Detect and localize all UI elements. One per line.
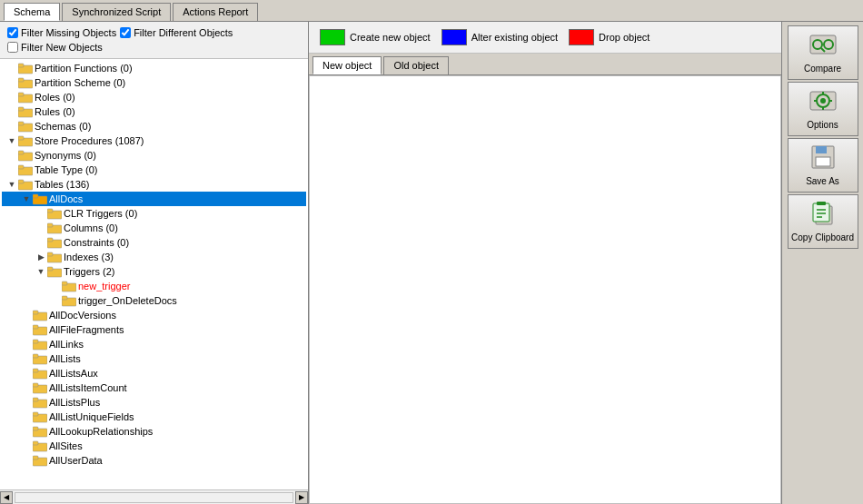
compare-icon (808, 32, 838, 62)
expander-icon[interactable]: ▼ (5, 136, 18, 145)
folder-icon (33, 309, 47, 321)
tree-item[interactable]: trigger_OnDeleteDocs (2, 293, 306, 308)
tree-item[interactable]: Table Type (0) (2, 163, 306, 177)
tree-item-label: Schemas (0) (35, 121, 91, 132)
folder-icon (18, 105, 33, 118)
tree-item[interactable]: Rules (0) (2, 104, 306, 119)
copy-clipboard-icon (808, 201, 838, 231)
legend-create-label: Create new object (350, 32, 431, 43)
scroll-left-btn[interactable]: ◀ (0, 491, 13, 504)
tree-item[interactable]: ▼ Tables (136) (2, 177, 306, 192)
tree-item[interactable]: ▼ AllDocs (2, 192, 306, 206)
svg-rect-53 (33, 441, 38, 445)
svg-rect-9 (18, 122, 24, 125)
expander-icon[interactable]: ▼ (20, 194, 33, 203)
filter-different-objects[interactable]: Filter Different Objects (120, 27, 233, 38)
svg-rect-47 (33, 398, 38, 401)
tab-new-object[interactable]: New object (312, 56, 382, 74)
legend-drop-label: Drop object (599, 32, 650, 43)
tree-item[interactable]: ▼ Store Procedures (1087) (2, 133, 306, 148)
tree-item-label: AllSites (49, 440, 83, 451)
tree-item-label: Columns (0) (64, 222, 118, 233)
tree-item[interactable]: AllUserData (2, 453, 306, 468)
tree-item[interactable]: AllSites (2, 439, 306, 453)
scroll-right-btn[interactable]: ▶ (295, 491, 308, 504)
folder-icon (18, 120, 33, 133)
svg-rect-31 (62, 282, 67, 285)
content-display (309, 75, 781, 504)
options-button[interactable]: Options (788, 82, 858, 136)
folder-icon (18, 134, 33, 147)
tree-item[interactable]: new_trigger (2, 279, 306, 293)
tree-item-label: AllLists (49, 353, 81, 364)
tree-item-label: AllListsPlus (49, 397, 100, 408)
tree-item-label: AllFileFragments (49, 324, 124, 335)
tree-item-label: trigger_OnDeleteDocs (78, 295, 177, 306)
folder-icon (33, 367, 47, 380)
tree-item[interactable]: AllListsPlus (2, 395, 306, 410)
svg-rect-68 (816, 146, 827, 153)
tree-item[interactable]: AllFileFragments (2, 322, 306, 337)
scroll-track[interactable] (15, 492, 293, 503)
tree-item[interactable]: Partition Functions (0) (2, 61, 306, 75)
tree-item[interactable]: Schemas (0) (2, 119, 306, 133)
tree-item[interactable]: Roles (0) (2, 90, 306, 104)
filter-missing-checkbox[interactable] (7, 27, 18, 38)
compare-button[interactable]: Compare (788, 25, 858, 80)
tree-item[interactable]: AllLinks (2, 337, 306, 351)
bottom-scrollbar[interactable]: ◀ ▶ (0, 489, 308, 504)
tree-item-label: Synonyms (0) (35, 150, 96, 161)
tab-synchronized-script[interactable]: Synchronized Script (62, 3, 171, 21)
folder-icon (33, 352, 47, 365)
folder-icon (33, 323, 47, 336)
tab-old-object[interactable]: Old object (383, 56, 449, 74)
tree-item[interactable]: AllListsItemCount (2, 380, 306, 395)
copy-clipboard-button[interactable]: Copy Clipboard (788, 194, 858, 249)
tab-actions-report[interactable]: Actions Report (173, 3, 258, 21)
expander-icon[interactable]: ▶ (35, 252, 47, 262)
save-as-button[interactable]: Save As (788, 138, 858, 193)
filter-missing-label: Filter Missing Objects (21, 27, 116, 38)
filter-different-checkbox[interactable] (120, 27, 131, 38)
tree-item-label: AllLinks (49, 339, 84, 350)
tree-item-label: Partition Scheme (0) (35, 77, 125, 88)
svg-rect-15 (18, 165, 24, 169)
folder-icon (33, 440, 47, 452)
tree-item-label: Constraints (0) (64, 237, 129, 248)
filter-new-objects[interactable]: Filter New Objects (7, 42, 103, 53)
filter-new-checkbox[interactable] (7, 42, 18, 53)
tree-item[interactable]: AllDocVersions (2, 308, 306, 322)
folder-icon (33, 454, 47, 467)
tree-item[interactable]: AllLists (2, 351, 306, 366)
tree-item[interactable]: Synonyms (0) (2, 148, 306, 163)
svg-rect-37 (33, 325, 38, 329)
folder-icon (18, 76, 33, 89)
tree-item[interactable]: CLR Triggers (0) (2, 206, 306, 221)
folder-icon (18, 91, 33, 104)
tree-item[interactable]: AllListsAux (2, 366, 306, 380)
folder-icon (47, 251, 62, 263)
expander-icon[interactable]: ▼ (35, 267, 47, 276)
folder-icon (33, 193, 47, 205)
tree-item[interactable]: ▼ Triggers (2) (2, 264, 306, 279)
right-toolbar: Compare Options (781, 22, 863, 504)
tree-item-label: Tables (136) (35, 179, 90, 190)
tab-schema[interactable]: Schema (4, 3, 60, 21)
svg-rect-5 (18, 93, 24, 96)
filter-missing-objects[interactable]: Filter Missing Objects (7, 27, 116, 38)
svg-rect-11 (18, 136, 24, 140)
tree-item[interactable]: Columns (0) (2, 221, 306, 235)
expander-icon[interactable]: ▼ (5, 180, 18, 189)
legend-create: Create new object (320, 29, 431, 45)
folder-icon (33, 338, 47, 351)
svg-rect-35 (33, 311, 38, 314)
filter-new-label: Filter New Objects (21, 42, 103, 53)
tree-item[interactable]: AllListUniqueFields (2, 410, 306, 424)
tree-item[interactable]: ▶ Indexes (3) (2, 250, 306, 264)
tree-item[interactable]: AllLookupRelationships (2, 424, 306, 439)
tree-item[interactable]: Partition Scheme (0) (2, 75, 306, 90)
tree-item[interactable]: Constraints (0) (2, 235, 306, 250)
tree-item-label: Store Procedures (1087) (35, 135, 144, 146)
svg-rect-51 (33, 427, 38, 430)
tree-area[interactable]: Partition Functions (0) Partition Scheme… (0, 59, 308, 489)
